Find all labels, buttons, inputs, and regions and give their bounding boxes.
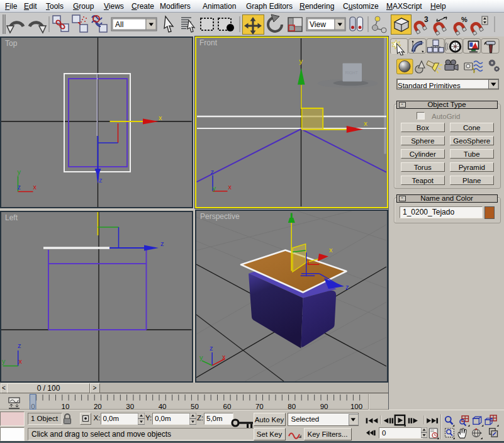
- svg-text:View: View: [310, 20, 326, 29]
- svg-text:%: %: [461, 16, 468, 23]
- svg-text:10: 10: [62, 403, 70, 410]
- svg-text:x: x: [222, 353, 226, 361]
- svg-text:y: y: [199, 354, 203, 361]
- svg-text:3: 3: [424, 15, 428, 24]
- svg-text:y: y: [2, 357, 6, 365]
- svg-text:x: x: [33, 183, 37, 191]
- svg-text:RIGHT: RIGHT: [345, 70, 358, 75]
- svg-text:50: 50: [191, 403, 199, 410]
- svg-text:x: x: [364, 120, 367, 127]
- svg-text:z: z: [345, 283, 349, 291]
- svg-text:x: x: [329, 246, 333, 254]
- svg-text:y: y: [213, 184, 216, 192]
- svg-text:y: y: [18, 168, 21, 176]
- svg-text:90: 90: [320, 403, 328, 410]
- svg-text:40: 40: [159, 403, 167, 410]
- svg-text:60: 60: [223, 403, 232, 410]
- svg-text:30: 30: [126, 403, 134, 410]
- svg-text:z: z: [211, 168, 215, 176]
- svg-text:z: z: [99, 176, 103, 184]
- svg-text:z: z: [18, 342, 21, 349]
- svg-text:100: 100: [350, 403, 362, 410]
- svg-text:All: All: [115, 20, 123, 29]
- svg-text:x: x: [228, 183, 232, 191]
- svg-text:z: z: [210, 344, 213, 352]
- svg-text:x: x: [159, 114, 162, 121]
- svg-text:x: x: [19, 357, 23, 365]
- svg-text:z: z: [160, 240, 164, 247]
- svg-text:20: 20: [94, 403, 102, 410]
- svg-text:y: y: [300, 57, 303, 65]
- svg-text:70: 70: [255, 403, 264, 410]
- svg-text:z: z: [18, 183, 21, 191]
- svg-text:80: 80: [288, 403, 296, 410]
